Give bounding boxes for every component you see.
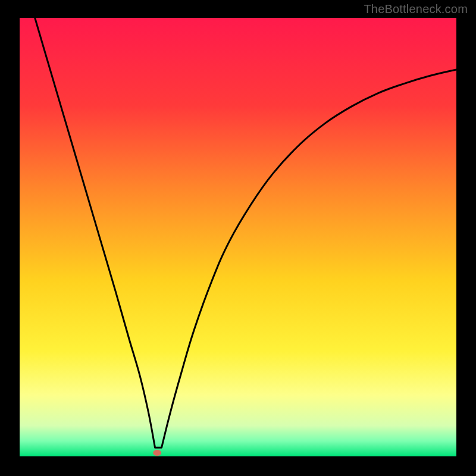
bottleneck-chart: [0, 0, 476, 476]
watermark-text: TheBottleneck.com: [364, 2, 468, 16]
chart-stage: TheBottleneck.com: [0, 0, 476, 476]
plot-background: [20, 18, 456, 456]
optimum-marker: [153, 450, 161, 456]
